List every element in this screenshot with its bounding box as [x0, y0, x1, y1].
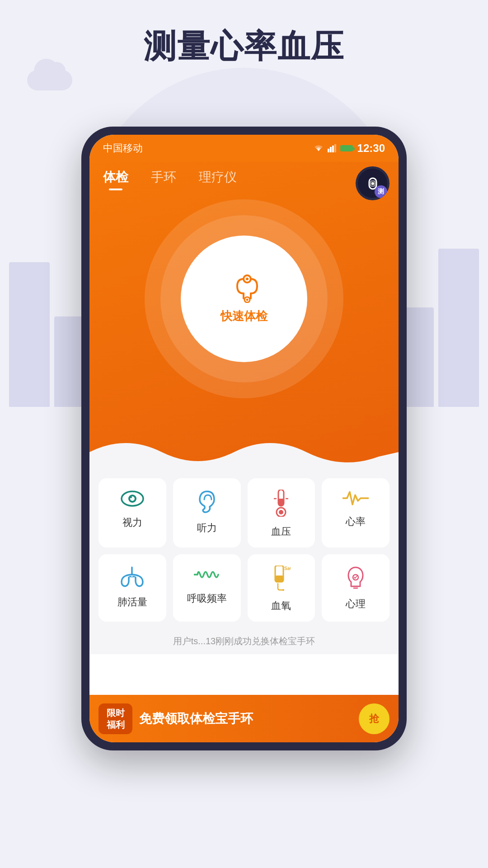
tab-physical-exam[interactable]: 体检	[103, 169, 128, 190]
health-item-lung[interactable]: 肺活量	[99, 554, 166, 622]
blood-oxygen-label: 血氧	[271, 599, 291, 613]
device-badge-inner: 测	[358, 169, 387, 198]
svg-point-6	[371, 182, 374, 185]
page-title: 测量心率血压	[0, 25, 488, 68]
health-item-breath[interactable]: 呼吸频率	[173, 554, 241, 622]
bottom-banner[interactable]: 限时 福利 免费领取体检宝手环 抢	[89, 695, 399, 742]
middle-ring: 快速体检	[160, 215, 328, 382]
heartwave-icon	[343, 490, 369, 507]
device-badge[interactable]: 测	[356, 166, 389, 200]
banner-text: 免费领取体检宝手环	[139, 710, 352, 727]
health-item-blood-oxygen[interactable]: SaO2 血氧	[248, 554, 315, 622]
status-icons	[313, 144, 353, 153]
bp-svg	[274, 490, 288, 517]
status-right: 12:30	[313, 142, 385, 155]
building	[438, 249, 479, 407]
cloud-decoration	[27, 70, 72, 90]
tab-bar: 体检 手环 理疗仪	[89, 162, 399, 190]
svg-point-14	[130, 496, 132, 498]
measure-badge: 测	[375, 185, 387, 198]
health-grid-row2: 肺活量 呼吸频率	[99, 554, 389, 622]
phone-screen: 中国移动	[89, 135, 399, 742]
svg-rect-0	[328, 149, 329, 152]
svg-rect-16	[279, 499, 283, 506]
health-grid-row1: 视力 听力	[99, 478, 389, 547]
notification-text: 用户ts...13刚刚成功兑换体检宝手环	[173, 636, 315, 646]
notification-bar: 用户ts...13刚刚成功兑换体检宝手环	[99, 628, 389, 654]
quick-exam-button[interactable]: 快速体检	[181, 236, 307, 362]
svg-point-18	[279, 510, 283, 514]
lung-icon	[120, 566, 145, 587]
quick-exam-label: 快速体检	[221, 308, 267, 324]
banner-tag: 限时 福利	[99, 703, 132, 734]
mind-icon	[345, 566, 366, 589]
breath-svg	[194, 566, 220, 584]
ear-icon	[198, 490, 216, 513]
orange-header: 体检 手环 理疗仪	[89, 162, 399, 469]
tab-therapy[interactable]: 理疗仪	[199, 169, 237, 190]
svg-text:SaO2: SaO2	[284, 566, 291, 571]
tab-wristband[interactable]: 手环	[151, 169, 176, 190]
main-circle-wrapper: 快速体检	[89, 199, 399, 398]
eye-icon	[121, 490, 144, 508]
building	[9, 262, 50, 407]
sao2-svg: SaO2	[272, 566, 291, 591]
hearing-svg	[198, 490, 216, 513]
bp-icon	[274, 490, 288, 517]
health-item-hearing[interactable]: 听力	[173, 478, 241, 547]
svg-rect-23	[276, 576, 283, 582]
outer-ring: 快速体检	[145, 199, 343, 398]
health-item-mental[interactable]: 心理	[322, 554, 389, 622]
phone-frame: 中国移动	[81, 127, 407, 750]
svg-point-24	[282, 589, 284, 591]
banner-grab-button[interactable]: 抢	[359, 703, 389, 734]
svg-point-10	[246, 299, 249, 301]
hearing-label: 听力	[197, 521, 217, 535]
health-item-bp[interactable]: 血压	[248, 478, 315, 547]
signal-icon	[328, 144, 337, 152]
status-time: 12:30	[357, 142, 385, 155]
breath-label: 呼吸频率	[187, 592, 227, 605]
bp-label: 血压	[271, 525, 291, 538]
mental-label: 心理	[346, 597, 366, 611]
svg-point-8	[246, 278, 249, 280]
health-item-vision[interactable]: 视力	[99, 478, 166, 547]
lung-label: 肺活量	[117, 595, 147, 609]
stethoscope-icon	[228, 274, 260, 303]
heartrate-label: 心率	[346, 515, 366, 528]
vision-svg	[121, 490, 144, 508]
heartwave-svg	[343, 490, 369, 507]
blood-oxygen-icon: SaO2	[272, 566, 291, 591]
battery-icon	[340, 145, 353, 151]
svg-rect-2	[332, 146, 334, 152]
vision-label: 视力	[122, 516, 142, 529]
svg-rect-3	[334, 144, 336, 152]
wifi-icon	[313, 144, 324, 153]
svg-rect-1	[330, 147, 332, 152]
carrier-label: 中国移动	[103, 142, 143, 155]
health-grid-area: 视力 听力	[89, 469, 399, 654]
status-bar: 中国移动	[89, 135, 399, 162]
health-item-heartrate[interactable]: 心率	[322, 478, 389, 547]
mind-svg	[345, 566, 366, 589]
lung-svg	[120, 566, 145, 587]
breath-icon	[194, 566, 220, 584]
wave-divider	[89, 434, 399, 470]
